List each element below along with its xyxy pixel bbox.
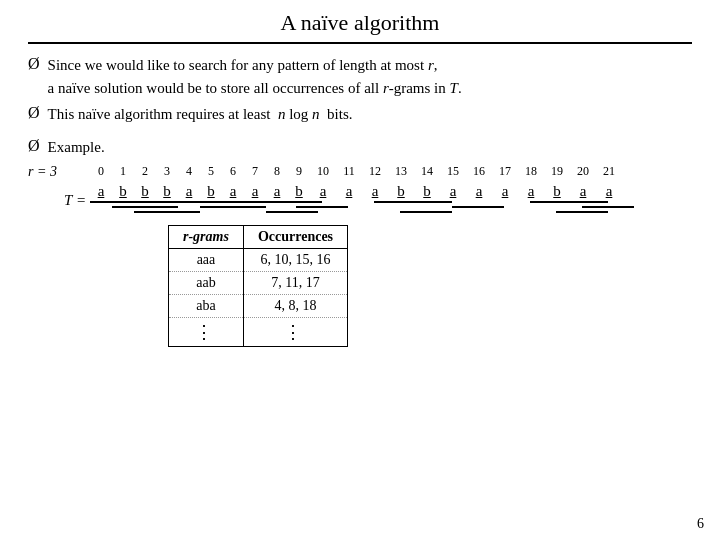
- cell-3: b: [156, 183, 178, 200]
- cell-5: b: [200, 183, 222, 200]
- uline-r1-4: [244, 201, 322, 203]
- idx-19: 19: [544, 164, 570, 179]
- index-row: 0 1 2 3 4 5 6 7 8 9 10 11 12 13 14 15 16: [90, 164, 622, 179]
- uline-r1-6: [530, 201, 608, 203]
- uline-r2-5: [582, 206, 634, 208]
- dots-col2: ⋮: [243, 318, 347, 347]
- uline-r2-2: [200, 206, 266, 208]
- dots-col1: ⋮: [169, 318, 244, 347]
- cell-19: b: [544, 183, 570, 200]
- idx-3: 3: [156, 164, 178, 179]
- bullet-sym-2: Ø: [28, 104, 40, 122]
- table-row-aab: aab 7, 11, 17: [169, 272, 348, 295]
- uline-r3-4: [556, 211, 608, 213]
- idx-5: 5: [200, 164, 222, 179]
- cell-13: b: [388, 183, 414, 200]
- uline-r3-2: [266, 211, 318, 213]
- idx-4: 4: [178, 164, 200, 179]
- t-label: T =: [28, 192, 90, 209]
- cell-10: a: [310, 183, 336, 200]
- bullet-sym-1: Ø: [28, 55, 40, 73]
- table-row-aba: aba 4, 8, 18: [169, 295, 348, 318]
- cell-20: a: [570, 183, 596, 200]
- idx-16: 16: [466, 164, 492, 179]
- page: A naïve algorithm Ø Since we would like …: [0, 0, 720, 540]
- cell-15: a: [440, 183, 466, 200]
- cell-0: a: [90, 183, 112, 200]
- example-section: Ø Example. r = 3 0 1 2 3 4 5 6 7 8: [28, 136, 692, 348]
- uline-r1-5: [374, 201, 452, 203]
- uline-r2-1: [112, 206, 178, 208]
- r-value: r = 3: [28, 164, 90, 180]
- cell-17: a: [492, 183, 518, 200]
- cell-21: a: [596, 183, 622, 200]
- cell-16: a: [466, 183, 492, 200]
- uline-r2-3: [296, 206, 348, 208]
- idx-0: 0: [90, 164, 112, 179]
- example-label: Example.: [48, 136, 105, 159]
- bullet-row-1: Ø Since we would like to search for any …: [28, 54, 692, 99]
- col-occurrences-header: Occurrences: [243, 226, 347, 249]
- cell-14: b: [414, 183, 440, 200]
- gram-aba: aba: [169, 295, 244, 318]
- bullet-sym-example: Ø: [28, 137, 40, 155]
- title-text: A naïve algorithm: [281, 10, 440, 35]
- idx-14: 14: [414, 164, 440, 179]
- idx-12: 12: [362, 164, 388, 179]
- bullet-row-2: Ø This naïve algorithm requires at least…: [28, 103, 692, 126]
- gram-aaa: aaa: [169, 249, 244, 272]
- idx-7: 7: [244, 164, 266, 179]
- bullet-text-2: This naïve algorithm requires at least n…: [48, 103, 353, 126]
- idx-8: 8: [266, 164, 288, 179]
- uline-r1-3: [178, 201, 244, 203]
- idx-10: 10: [310, 164, 336, 179]
- cell-6: a: [222, 183, 244, 200]
- idx-20: 20: [570, 164, 596, 179]
- idx-13: 13: [388, 164, 414, 179]
- example-bullet-row: Ø Example.: [28, 136, 692, 159]
- uline-r3-1: [134, 211, 200, 213]
- page-title: A naïve algorithm: [28, 10, 692, 44]
- idx-18: 18: [518, 164, 544, 179]
- cell-18: a: [518, 183, 544, 200]
- rgrams-table: r-grams Occurrences aaa 6, 10, 15, 16 aa…: [168, 225, 348, 347]
- cell-11: a: [336, 183, 362, 200]
- cell-12: a: [362, 183, 388, 200]
- cell-7: a: [244, 183, 266, 200]
- gram-aab: aab: [169, 272, 244, 295]
- idx-21: 21: [596, 164, 622, 179]
- occ-aab: 7, 11, 17: [243, 272, 347, 295]
- cell-2: b: [134, 183, 156, 200]
- cell-8: a: [266, 183, 288, 200]
- bullet-text-1: Since we would like to search for any pa…: [48, 54, 462, 99]
- occ-aaa: 6, 10, 15, 16: [243, 249, 347, 272]
- t-cells: a b b b a b a a a b a a a b b a a: [90, 183, 622, 200]
- uline-r1-2: [112, 201, 178, 203]
- cell-4: a: [178, 183, 200, 200]
- page-number: 6: [697, 516, 704, 532]
- uline-r2-4: [452, 206, 504, 208]
- cell-9: b: [288, 183, 310, 200]
- idx-11: 11: [336, 164, 362, 179]
- idx-15: 15: [440, 164, 466, 179]
- cell-1: b: [112, 183, 134, 200]
- table-row-dots: ⋮ ⋮: [169, 318, 348, 347]
- bullet-section: Ø Since we would like to search for any …: [28, 54, 692, 126]
- col-rgrams-header: r-grams: [169, 226, 244, 249]
- uline-r3-3: [400, 211, 452, 213]
- occ-aba: 4, 8, 18: [243, 295, 347, 318]
- idx-2: 2: [134, 164, 156, 179]
- idx-6: 6: [222, 164, 244, 179]
- t-sequence: a b b b a b a a a b a a a b b a a: [90, 183, 622, 217]
- table-row-aaa: aaa 6, 10, 15, 16: [169, 249, 348, 272]
- table-section: r-grams Occurrences aaa 6, 10, 15, 16 aa…: [168, 225, 692, 347]
- underlines-area: [90, 201, 622, 217]
- idx-17: 17: [492, 164, 518, 179]
- idx-1: 1: [112, 164, 134, 179]
- idx-9: 9: [288, 164, 310, 179]
